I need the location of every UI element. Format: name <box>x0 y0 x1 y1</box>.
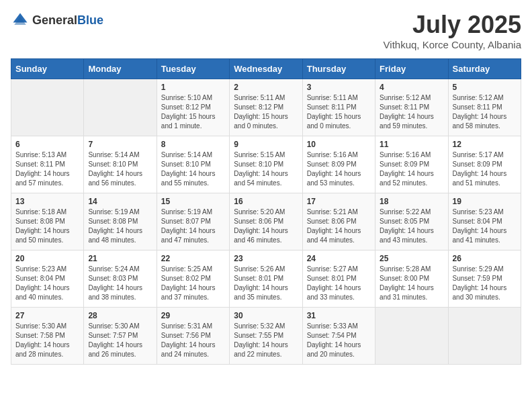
day-info: Sunrise: 5:12 AM Sunset: 8:11 PM Dayligh… <box>453 93 517 131</box>
day-number: 6 <box>15 140 79 149</box>
day-number: 1 <box>161 83 225 92</box>
calendar-week-row: 6Sunrise: 5:13 AM Sunset: 8:11 PM Daylig… <box>11 136 521 193</box>
calendar-cell: 20Sunrise: 5:23 AM Sunset: 8:04 PM Dayli… <box>11 250 84 308</box>
day-number: 3 <box>307 83 371 92</box>
day-info: Sunrise: 5:30 AM Sunset: 7:58 PM Dayligh… <box>15 322 79 359</box>
day-of-week-header: Saturday <box>448 59 521 79</box>
day-number: 21 <box>88 254 152 263</box>
title-block: July 2025 Vithkuq, Korce County, Albania <box>384 11 521 50</box>
day-info: Sunrise: 5:18 AM Sunset: 8:08 PM Dayligh… <box>15 208 79 245</box>
calendar-cell: 2Sunrise: 5:11 AM Sunset: 8:12 PM Daylig… <box>230 79 302 136</box>
calendar-cell: 15Sunrise: 5:19 AM Sunset: 8:07 PM Dayli… <box>157 193 229 250</box>
logo-text-blue: Blue <box>77 13 103 27</box>
day-info: Sunrise: 5:23 AM Sunset: 8:04 PM Dayligh… <box>15 265 79 302</box>
day-number: 14 <box>88 197 152 206</box>
calendar-header-row: SundayMondayTuesdayWednesdayThursdayFrid… <box>11 59 521 79</box>
day-of-week-header: Tuesday <box>157 59 229 79</box>
day-of-week-header: Friday <box>375 59 448 79</box>
calendar-cell: 18Sunrise: 5:22 AM Sunset: 8:05 PM Dayli… <box>375 193 448 250</box>
day-number: 23 <box>234 254 298 263</box>
calendar-cell: 8Sunrise: 5:14 AM Sunset: 8:10 PM Daylig… <box>157 136 229 193</box>
day-info: Sunrise: 5:15 AM Sunset: 8:10 PM Dayligh… <box>234 150 298 188</box>
day-number: 22 <box>161 254 225 263</box>
day-number: 24 <box>307 254 371 263</box>
calendar-cell: 16Sunrise: 5:20 AM Sunset: 8:06 PM Dayli… <box>230 193 302 250</box>
day-info: Sunrise: 5:10 AM Sunset: 8:12 PM Dayligh… <box>161 93 225 131</box>
calendar-week-row: 13Sunrise: 5:18 AM Sunset: 8:08 PM Dayli… <box>11 193 521 250</box>
day-info: Sunrise: 5:19 AM Sunset: 8:08 PM Dayligh… <box>88 208 152 245</box>
day-number: 4 <box>380 83 443 92</box>
calendar-location: Vithkuq, Korce County, Albania <box>384 39 521 50</box>
day-number: 12 <box>453 140 517 149</box>
calendar-cell <box>11 79 84 136</box>
day-info: Sunrise: 5:14 AM Sunset: 8:10 PM Dayligh… <box>88 150 152 188</box>
logo-icon <box>11 11 30 30</box>
calendar-cell: 10Sunrise: 5:16 AM Sunset: 8:09 PM Dayli… <box>302 136 375 193</box>
calendar-cell: 26Sunrise: 5:29 AM Sunset: 7:59 PM Dayli… <box>448 250 521 308</box>
day-info: Sunrise: 5:26 AM Sunset: 8:01 PM Dayligh… <box>234 265 298 302</box>
calendar-cell: 14Sunrise: 5:19 AM Sunset: 8:08 PM Dayli… <box>84 193 157 250</box>
calendar-cell: 23Sunrise: 5:26 AM Sunset: 8:01 PM Dayli… <box>230 250 302 308</box>
day-of-week-header: Sunday <box>11 59 84 79</box>
calendar-cell: 24Sunrise: 5:27 AM Sunset: 8:01 PM Dayli… <box>302 250 375 308</box>
calendar-cell: 31Sunrise: 5:33 AM Sunset: 7:54 PM Dayli… <box>302 308 375 365</box>
calendar-cell: 12Sunrise: 5:17 AM Sunset: 8:09 PM Dayli… <box>448 136 521 193</box>
logo-text-general: General <box>32 13 77 27</box>
calendar-week-row: 20Sunrise: 5:23 AM Sunset: 8:04 PM Dayli… <box>11 250 521 308</box>
day-info: Sunrise: 5:32 AM Sunset: 7:55 PM Dayligh… <box>234 322 298 359</box>
calendar-title: July 2025 <box>384 11 521 39</box>
calendar-cell: 5Sunrise: 5:12 AM Sunset: 8:11 PM Daylig… <box>448 79 521 136</box>
calendar-cell: 3Sunrise: 5:11 AM Sunset: 8:11 PM Daylig… <box>302 79 375 136</box>
day-number: 8 <box>161 140 225 149</box>
day-info: Sunrise: 5:27 AM Sunset: 8:01 PM Dayligh… <box>307 265 371 302</box>
day-info: Sunrise: 5:24 AM Sunset: 8:03 PM Dayligh… <box>88 265 152 302</box>
logo: GeneralBlue <box>11 11 103 30</box>
day-of-week-header: Thursday <box>302 59 375 79</box>
day-number: 28 <box>88 311 152 320</box>
calendar-cell: 17Sunrise: 5:21 AM Sunset: 8:06 PM Dayli… <box>302 193 375 250</box>
calendar-cell: 7Sunrise: 5:14 AM Sunset: 8:10 PM Daylig… <box>84 136 157 193</box>
day-number: 5 <box>453 83 517 92</box>
day-info: Sunrise: 5:16 AM Sunset: 8:09 PM Dayligh… <box>307 150 371 188</box>
page-header: GeneralBlue July 2025 Vithkuq, Korce Cou… <box>11 11 521 50</box>
calendar-cell <box>448 308 521 365</box>
day-number: 18 <box>380 197 443 206</box>
day-number: 2 <box>234 83 298 92</box>
calendar-cell: 29Sunrise: 5:31 AM Sunset: 7:56 PM Dayli… <box>157 308 229 365</box>
day-number: 27 <box>15 311 79 320</box>
day-number: 25 <box>380 254 443 263</box>
calendar-cell: 25Sunrise: 5:28 AM Sunset: 8:00 PM Dayli… <box>375 250 448 308</box>
day-info: Sunrise: 5:14 AM Sunset: 8:10 PM Dayligh… <box>161 150 225 188</box>
calendar-cell: 21Sunrise: 5:24 AM Sunset: 8:03 PM Dayli… <box>84 250 157 308</box>
day-info: Sunrise: 5:22 AM Sunset: 8:05 PM Dayligh… <box>380 208 443 245</box>
day-number: 15 <box>161 197 225 206</box>
day-number: 7 <box>88 140 152 149</box>
day-info: Sunrise: 5:11 AM Sunset: 8:11 PM Dayligh… <box>307 93 371 131</box>
calendar-cell: 9Sunrise: 5:15 AM Sunset: 8:10 PM Daylig… <box>230 136 302 193</box>
day-number: 13 <box>15 197 79 206</box>
day-of-week-header: Monday <box>84 59 157 79</box>
day-info: Sunrise: 5:23 AM Sunset: 8:04 PM Dayligh… <box>453 208 517 245</box>
day-info: Sunrise: 5:29 AM Sunset: 7:59 PM Dayligh… <box>453 265 517 302</box>
day-number: 19 <box>453 197 517 206</box>
calendar-cell: 19Sunrise: 5:23 AM Sunset: 8:04 PM Dayli… <box>448 193 521 250</box>
calendar-cell: 6Sunrise: 5:13 AM Sunset: 8:11 PM Daylig… <box>11 136 84 193</box>
day-info: Sunrise: 5:11 AM Sunset: 8:12 PM Dayligh… <box>234 93 298 131</box>
calendar-cell: 1Sunrise: 5:10 AM Sunset: 8:12 PM Daylig… <box>157 79 229 136</box>
day-number: 20 <box>15 254 79 263</box>
day-of-week-header: Wednesday <box>230 59 302 79</box>
calendar-cell: 4Sunrise: 5:12 AM Sunset: 8:11 PM Daylig… <box>375 79 448 136</box>
day-info: Sunrise: 5:33 AM Sunset: 7:54 PM Dayligh… <box>307 322 371 359</box>
day-info: Sunrise: 5:16 AM Sunset: 8:09 PM Dayligh… <box>380 150 443 188</box>
calendar-cell: 30Sunrise: 5:32 AM Sunset: 7:55 PM Dayli… <box>230 308 302 365</box>
day-info: Sunrise: 5:13 AM Sunset: 8:11 PM Dayligh… <box>15 150 79 188</box>
day-number: 9 <box>234 140 298 149</box>
calendar-cell: 13Sunrise: 5:18 AM Sunset: 8:08 PM Dayli… <box>11 193 84 250</box>
calendar-cell: 28Sunrise: 5:30 AM Sunset: 7:57 PM Dayli… <box>84 308 157 365</box>
day-info: Sunrise: 5:31 AM Sunset: 7:56 PM Dayligh… <box>161 322 225 359</box>
day-info: Sunrise: 5:21 AM Sunset: 8:06 PM Dayligh… <box>307 208 371 245</box>
day-number: 26 <box>453 254 517 263</box>
calendar-table: SundayMondayTuesdayWednesdayThursdayFrid… <box>11 58 521 365</box>
day-info: Sunrise: 5:20 AM Sunset: 8:06 PM Dayligh… <box>234 208 298 245</box>
day-number: 10 <box>307 140 371 149</box>
